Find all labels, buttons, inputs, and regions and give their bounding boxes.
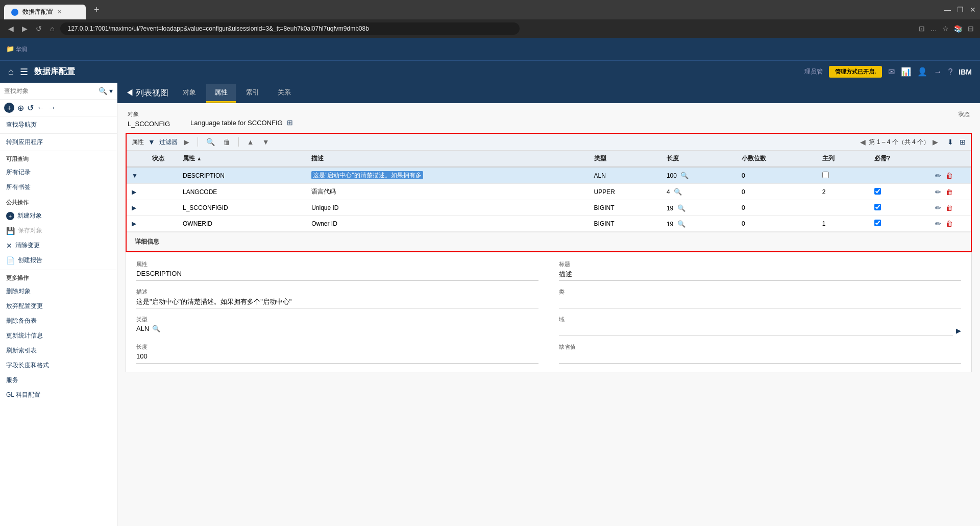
page-next-icon[interactable]: ▶	[932, 137, 939, 147]
sidebar-toolbar: + ⊕ ↺ ← →	[0, 100, 117, 116]
sidebar-service[interactable]: 服务	[0, 373, 117, 388]
row-search-icon[interactable]: 🔍	[680, 172, 689, 179]
edit-button[interactable]: ✏	[935, 204, 941, 212]
collections-icon[interactable]: 📚	[954, 25, 963, 33]
sidebar-all-bookmarks[interactable]: 所有书签	[0, 180, 117, 195]
type-search-icon[interactable]: 🔍	[152, 325, 160, 332]
sidebar-create-report[interactable]: 📄 创建报告	[0, 253, 117, 268]
tab-object[interactable]: 对象	[175, 84, 204, 103]
forward-nav-button[interactable]: ▶	[20, 22, 30, 35]
edit-button[interactable]: ✏	[935, 188, 941, 196]
maximize-button[interactable]: ❐	[957, 6, 964, 14]
detail-class-field: 类	[559, 288, 961, 308]
chart-icon[interactable]: 📊	[901, 67, 911, 77]
row-search-icon[interactable]: 🔍	[677, 204, 685, 212]
delete-button[interactable]: 🗑	[946, 220, 953, 228]
filter-icon[interactable]: ▼	[148, 138, 155, 146]
send-icon[interactable]: ✉	[888, 67, 895, 77]
help-icon[interactable]: ?	[948, 67, 952, 77]
page-prev-icon[interactable]: ◀	[859, 137, 867, 147]
separator2	[238, 137, 239, 147]
search-icon[interactable]: 🔍	[99, 87, 107, 95]
sidebar-available-query-label: 可用查询	[0, 151, 117, 165]
tab-relation[interactable]: 关系	[270, 84, 299, 103]
logout-icon[interactable]: →	[934, 67, 942, 77]
tab-property[interactable]: 属性	[206, 84, 236, 103]
tab-close-button[interactable]: ✕	[57, 9, 62, 15]
bookmark-icon[interactable]: ☆	[942, 25, 949, 33]
sidebar-gl-config[interactable]: GL 科目配置	[0, 388, 117, 402]
expand-table-button[interactable]: ⊞	[960, 138, 966, 146]
sidebar-new-object[interactable]: + 新建对象	[0, 208, 117, 223]
row-length-cell: 19 🔍	[662, 200, 737, 216]
hamburger-icon[interactable]: ☰	[20, 66, 28, 78]
row-primary-checkbox[interactable]	[822, 172, 829, 178]
user-icon[interactable]: 👤	[917, 67, 927, 77]
row-status-cell	[147, 184, 178, 200]
home-icon[interactable]: ⌂	[8, 66, 14, 77]
table-row[interactable]: ▼ DESCRIPTION 这是"启动中心"的清楚描述。如果拥有多 ALN 10…	[127, 167, 971, 184]
sidebar-nav-link[interactable]: 查找导航页	[0, 116, 117, 134]
filter-button[interactable]: 过滤器	[159, 138, 178, 147]
row-required-checkbox[interactable]	[874, 204, 881, 210]
sidebar-refresh-index[interactable]: 刷新索引表	[0, 343, 117, 358]
sidebar-save-object[interactable]: 💾 保存对象	[0, 223, 117, 238]
admin-mode-button[interactable]: 管理方式已开启.	[829, 66, 882, 78]
split-view-icon[interactable]: ⊟	[968, 25, 974, 33]
refresh-button[interactable]: ↺	[27, 103, 34, 113]
delete-button[interactable]: 🗑	[946, 204, 953, 212]
forward-button[interactable]: →	[48, 103, 56, 112]
copy-field-icon[interactable]: ⊞	[287, 118, 293, 127]
filter-rows-icon[interactable]: 🗑	[221, 137, 232, 147]
back-to-list-button[interactable]: ◀ 列表视图	[121, 86, 173, 101]
sidebar-all-records[interactable]: 所有记录	[0, 165, 117, 180]
reader-icon[interactable]: ⊡	[919, 25, 925, 33]
edit-button[interactable]: ✏	[935, 172, 941, 180]
domain-arrow-icon[interactable]: ▶	[956, 327, 961, 334]
minimize-button[interactable]: —	[944, 6, 951, 14]
home-button[interactable]: ⌂	[48, 22, 56, 35]
download-button[interactable]: ⬇	[947, 138, 953, 146]
browser-tab[interactable]: 数据库配置 ✕	[4, 5, 86, 19]
expand-icon[interactable]: ▶	[182, 137, 191, 147]
more-options-icon[interactable]: …	[930, 25, 937, 33]
close-button[interactable]: ✕	[970, 6, 976, 14]
sidebar-transfer-link[interactable]: 转到应用程序	[0, 134, 117, 151]
dropdown-icon[interactable]: ▾	[109, 87, 113, 95]
row-search-icon[interactable]: 🔍	[674, 188, 682, 196]
sidebar-delete-object[interactable]: 删除对象	[0, 284, 117, 299]
search-input[interactable]	[4, 87, 96, 94]
delete-button[interactable]: 🗑	[946, 172, 953, 180]
add-button[interactable]: +	[4, 103, 14, 113]
col-attribute[interactable]: 属性 ▲	[178, 151, 306, 167]
table-row[interactable]: ▶ L_SCCONFIGID Unique ID BIGINT 19 🔍 0	[127, 200, 971, 216]
row-search-icon[interactable]: 🔍	[677, 220, 685, 228]
collapse-icon[interactable]: ▼	[132, 172, 138, 179]
move-up-icon[interactable]: ▲	[245, 137, 256, 147]
back-button[interactable]: ←	[37, 103, 45, 112]
table-row[interactable]: ▶ LANGCODE 语言代码 UPPER 4 🔍 0 2	[127, 184, 971, 200]
back-nav-button[interactable]: ◀	[6, 22, 16, 35]
sidebar-abandon-changes[interactable]: 放弃配置变更	[0, 299, 117, 314]
table-row[interactable]: ▶ OWNERID Owner ID BIGINT 19 🔍 0 1	[127, 216, 971, 232]
expand-icon[interactable]: ▶	[132, 188, 136, 196]
expand-icon[interactable]: ▶	[132, 220, 136, 227]
sidebar-field-length[interactable]: 字段长度和格式	[0, 358, 117, 373]
row-required-checkbox[interactable]	[874, 188, 881, 195]
sidebar-delete-backup[interactable]: 删除备份表	[0, 314, 117, 328]
main-layout: 🔍 ▾ + ⊕ ↺ ← → 查找导航页 转到应用程序 可用查询 所有记录 所有书…	[0, 83, 980, 526]
move-down-icon[interactable]: ▼	[260, 137, 272, 147]
table-header-row: 状态 属性 ▲ 描述 类型 长度 小数位数 主列 必需?	[127, 151, 971, 167]
search-rows-icon[interactable]: 🔍	[204, 137, 217, 147]
address-input[interactable]	[60, 22, 520, 35]
copy-button[interactable]: ⊕	[17, 103, 24, 113]
row-required-checkbox[interactable]	[874, 220, 881, 226]
new-tab-button[interactable]: +	[90, 5, 104, 15]
sidebar-update-stats[interactable]: 更新统计信息	[0, 328, 117, 343]
delete-button[interactable]: 🗑	[946, 188, 953, 196]
expand-icon[interactable]: ▶	[132, 204, 136, 211]
edit-button[interactable]: ✏	[935, 220, 941, 228]
tab-index[interactable]: 索引	[238, 84, 267, 103]
sidebar-clear-changes[interactable]: ✕ 清除变更	[0, 238, 117, 253]
reload-button[interactable]: ↺	[34, 22, 44, 35]
